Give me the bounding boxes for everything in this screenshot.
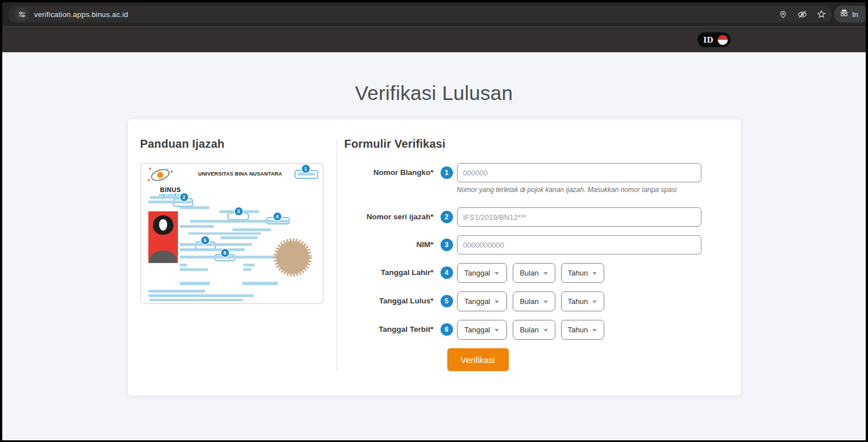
chevron-down-icon	[543, 301, 548, 303]
text-line-bar	[188, 232, 261, 235]
text-line-bar	[180, 282, 210, 285]
tanggal-lulus-year-select[interactable]: Tahun	[561, 291, 604, 311]
chevron-down-icon	[592, 329, 597, 332]
text-line-bar	[150, 196, 184, 199]
marker-2: 2	[180, 193, 188, 201]
text-line-bar	[148, 290, 205, 293]
field-label: Tanggal Lulus*	[344, 291, 434, 311]
tanggal-lahir-day-select[interactable]: Tanggal	[457, 263, 507, 283]
text-line-bar	[148, 294, 254, 297]
field-badge: 5	[441, 295, 453, 307]
browser-window: verification.apps.binus.ac.id	[0, 0, 868, 442]
marker-4: 4	[273, 212, 281, 220]
chevron-down-icon	[543, 272, 548, 275]
site-settings-icon[interactable]	[15, 7, 28, 21]
guide-panel: Panduan Ijazah BINUS UNIVERSITY	[140, 137, 337, 371]
field-badge: 3	[441, 239, 453, 251]
marker-6: 6	[221, 249, 229, 257]
url-bar[interactable]: verification.apps.binus.ac.id	[8, 6, 832, 23]
text-line-bar	[242, 282, 278, 285]
chevron-down-icon	[592, 301, 597, 303]
field-badge: 1	[441, 166, 453, 179]
guide-heading: Panduan Ijazah	[140, 137, 337, 151]
nomor-seri-ijazah-input[interactable]	[457, 207, 701, 227]
nim-input[interactable]	[457, 235, 701, 255]
diploma-seal-icon	[273, 238, 312, 279]
star-icon[interactable]	[816, 9, 827, 19]
field-row-tanggal-lulus: Tanggal Lulus* 5 Tanggal Bulan Tahun	[344, 291, 741, 311]
verification-card: Panduan Ijazah BINUS UNIVERSITY	[128, 119, 741, 395]
text-line-bar	[180, 248, 245, 251]
tanggal-terbit-month-select[interactable]: Bulan	[513, 320, 555, 340]
tanggal-lulus-day-select[interactable]: Tanggal	[457, 291, 507, 311]
tanggal-lulus-month-select[interactable]: Bulan	[513, 291, 555, 311]
text-line-bar	[243, 268, 251, 271]
page-content: Verifikasi Lulusan Panduan Ijazah	[2, 52, 866, 440]
field-row-nomor-seri: Nomor seri ijazah* 2	[344, 207, 741, 227]
page-title: Verifikasi Lulusan	[2, 52, 866, 105]
text-line-bar	[180, 206, 209, 209]
field-badge: 6	[441, 323, 453, 336]
form-heading: Formulir Verifikasi	[344, 137, 741, 151]
language-code: ID	[703, 35, 713, 45]
field-row-nim: NIM* 3	[344, 235, 741, 255]
field-label: Tanggal Lahir*	[344, 263, 434, 282]
indonesia-flag-icon	[717, 35, 728, 45]
text-line-bar	[243, 264, 255, 266]
university-name: UNIVERSITAS BINA NUSANTARA	[181, 171, 300, 177]
text-line-bar	[180, 268, 208, 271]
chevron-down-icon	[495, 329, 499, 332]
tanggal-lahir-month-select[interactable]: Bulan	[513, 263, 555, 283]
marker-1: 1	[302, 165, 310, 173]
verify-button[interactable]: Verifikasi	[447, 348, 509, 371]
incognito-label: In	[852, 10, 858, 19]
text-line-bar	[149, 299, 243, 301]
eye-off-icon[interactable]	[797, 9, 807, 19]
marker-5: 5	[201, 236, 209, 244]
location-icon[interactable]	[778, 9, 788, 19]
text-line-bar	[190, 220, 290, 223]
text-line-bar	[180, 225, 214, 228]
binus-logo-word: BINUS	[160, 186, 189, 193]
form-panel: Formulir Verifikasi Nomor Blangko* 1 Nom…	[337, 137, 741, 371]
site-navbar: ID	[2, 26, 866, 52]
text-line-bar	[180, 256, 283, 258]
binus-logo-mark	[147, 166, 175, 186]
text-line-bar	[232, 228, 271, 231]
tanggal-terbit-day-select[interactable]: Tanggal	[457, 320, 507, 340]
diploma-illustration: BINUS UNIVERSITY UNIVERSITAS BINA NUSANT…	[140, 163, 323, 304]
marker-3: 3	[235, 207, 243, 215]
field-helper-text: Nomor yang terletak di pojok kanan ijaza…	[457, 186, 701, 194]
text-line-bar	[221, 236, 258, 239]
field-row-nomor-blangko: Nomor Blangko* 1 Nomor yang terletak di …	[344, 163, 741, 194]
field-row-tanggal-terbit: Tanggal Terbit* 6 Tanggal Bulan Tahun	[344, 320, 741, 340]
field-label: Nomor seri ijazah*	[344, 207, 434, 227]
incognito-badge[interactable]: In	[834, 6, 866, 23]
browser-toolbar: verification.apps.binus.ac.id	[2, 2, 866, 26]
field-row-tanggal-lahir: Tanggal Lahir* 4 Tanggal Bulan Tahun	[344, 263, 741, 283]
text-line-bar	[180, 264, 187, 266]
language-toggle[interactable]: ID	[697, 32, 730, 47]
field-badge: 4	[441, 266, 453, 279]
chevron-down-icon	[592, 272, 597, 275]
url-text: verification.apps.binus.ac.id	[34, 10, 128, 19]
field-badge: 2	[441, 211, 453, 223]
chevron-down-icon	[543, 329, 548, 332]
text-line-bar	[148, 201, 193, 203]
nomor-blangko-input[interactable]	[457, 163, 701, 182]
field-label: Nomor Blangko*	[344, 163, 434, 182]
chevron-down-icon	[495, 272, 499, 275]
chevron-down-icon	[495, 301, 499, 303]
incognito-icon	[840, 9, 849, 19]
field-label: NIM*	[344, 235, 434, 255]
tanggal-terbit-year-select[interactable]: Tahun	[561, 320, 604, 340]
field-label: Tanggal Terbit*	[344, 320, 434, 339]
graduate-photo	[148, 211, 178, 263]
tanggal-lahir-year-select[interactable]: Tahun	[561, 263, 604, 283]
text-line-bar	[180, 243, 252, 246]
